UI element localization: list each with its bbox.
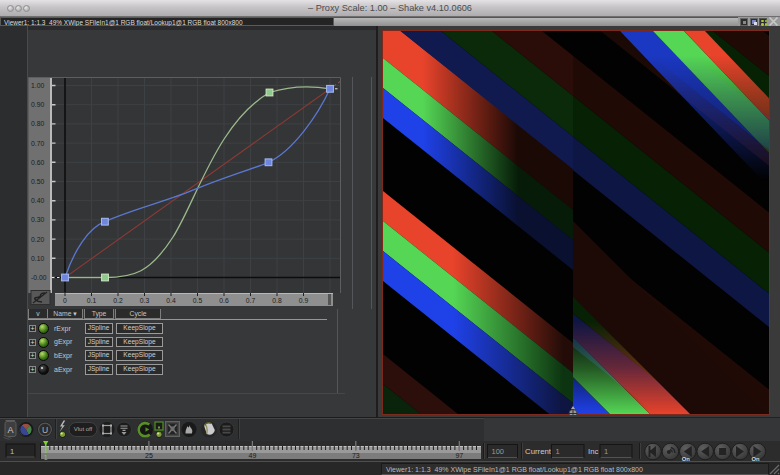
svg-text:1: 1 [556,447,560,456]
svg-text:Inc: Inc [588,447,599,456]
svg-text:0.20: 0.20 [31,236,44,243]
svg-text:0.60: 0.60 [31,159,44,166]
svg-text:U: U [42,425,48,435]
svg-text:1: 1 [44,454,48,461]
svg-text:0.2: 0.2 [113,297,123,304]
svg-text:-0.00: -0.00 [31,274,47,281]
svg-text:0.50: 0.50 [31,178,44,185]
svg-text:0.7: 0.7 [246,297,256,304]
svg-text:100: 100 [492,447,505,456]
svg-text:0.8: 0.8 [272,297,282,304]
svg-text:0.4: 0.4 [166,297,176,304]
svg-text:0.5: 0.5 [193,297,203,304]
svg-text:1.00: 1.00 [31,82,44,89]
svg-text:1: 1 [604,447,608,456]
svg-text:49: 49 [249,452,257,459]
svg-text:0.1: 0.1 [87,297,97,304]
svg-text:0.70: 0.70 [31,140,44,147]
svg-text:A: A [7,425,13,435]
svg-text:0.10: 0.10 [31,255,44,262]
svg-text:97: 97 [455,452,463,459]
svg-text:1: 1 [10,447,14,456]
svg-text:0: 0 [63,297,67,304]
svg-text:25: 25 [145,452,153,459]
svg-text:0.80: 0.80 [31,120,44,127]
svg-text:0.3: 0.3 [140,297,150,304]
svg-text:0.40: 0.40 [31,197,44,204]
svg-text:73: 73 [352,452,360,459]
svg-text:0.30: 0.30 [31,216,44,223]
svg-text:0.6: 0.6 [219,297,229,304]
svg-text:Current: Current [525,447,552,456]
svg-text:Vlut off: Vlut off [74,426,93,432]
svg-text:0.90: 0.90 [31,101,44,108]
svg-text:0.9: 0.9 [299,297,309,304]
